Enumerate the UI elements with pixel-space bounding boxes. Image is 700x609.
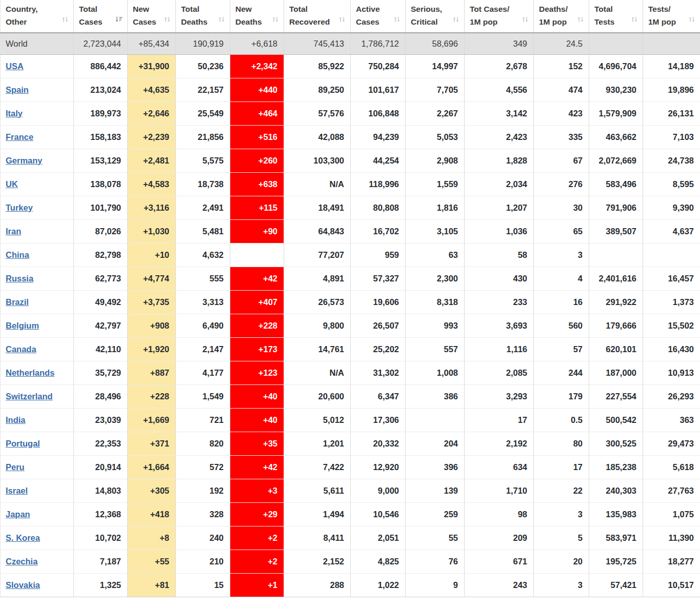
total_deaths-cell: 2,147 [176, 337, 230, 361]
column-header-total_tests[interactable]: TotalTests [589, 0, 643, 33]
sort-icon[interactable] [271, 15, 279, 24]
sort-desc-active-icon[interactable] [114, 15, 123, 24]
table-row: Spain213,024+4,63522,157+44089,250101,61… [1, 78, 700, 102]
table-row: Czechia7,187+55210+22,1524,8257667120195… [1, 550, 700, 573]
column-header-tests_per_1m[interactable]: Tests/1M pop [643, 0, 700, 33]
country-link[interactable]: Peru [6, 462, 25, 472]
column-header-new_cases[interactable]: NewCases [128, 0, 176, 33]
new_deaths-cell: +2 [230, 550, 284, 573]
active_cases-cell: 94,239 [351, 125, 406, 149]
total_tests-cell: 300,525 [589, 432, 643, 455]
new_cases-cell: +81 [128, 573, 176, 597]
total_deaths-cell: 572 [176, 455, 230, 479]
sort-icon[interactable] [688, 15, 696, 24]
column-header-total_recovered[interactable]: TotalRecovered [284, 0, 351, 33]
total_tests-cell: 185,238 [589, 455, 643, 479]
country-link[interactable]: Iran [6, 227, 21, 236]
table-row: Russia62,773+4,774555+424,89157,3272,300… [1, 267, 700, 290]
sort-icon[interactable] [338, 15, 346, 24]
deaths_per_1m-cell: 335 [534, 125, 589, 149]
column-header-country[interactable]: Country,Other [1, 0, 74, 33]
column-header-label: TotalRecovered [289, 3, 330, 28]
total_cases-cell: 10,702 [74, 526, 128, 550]
column-header-deaths_per_1m[interactable]: Deaths/1M pop [534, 0, 589, 33]
column-header-label: TotalTests [594, 3, 614, 28]
new_cases-cell: +1,669 [128, 408, 176, 432]
country-link[interactable]: Portugal [6, 439, 40, 448]
country-link[interactable]: S. Korea [6, 533, 40, 542]
country-link[interactable]: Russia [6, 274, 33, 283]
deaths_per_1m-cell: 179 [534, 384, 589, 408]
column-header-cases_per_1m[interactable]: Tot Cases/1M pop [465, 0, 534, 33]
new_deaths-cell: +260 [230, 149, 284, 172]
country-link[interactable]: China [6, 250, 29, 259]
new_deaths-cell: +90 [230, 219, 284, 243]
active_cases-cell: 12,920 [351, 455, 406, 479]
column-header-total_cases[interactable]: TotalCases [74, 0, 128, 33]
total_deaths-cell: 5,575 [176, 149, 230, 172]
sort-icon[interactable] [61, 15, 69, 24]
total_recovered-cell: 1,494 [284, 502, 351, 526]
total_deaths-cell: 555 [176, 267, 230, 290]
country-link[interactable]: Netherlands [6, 368, 54, 377]
active_cases-cell: 20,332 [351, 432, 406, 455]
sort-icon[interactable] [452, 15, 460, 24]
sort-icon[interactable] [521, 15, 529, 24]
table-row: Turkey101,790+3,1162,491+11518,49180,808… [1, 196, 700, 219]
country-link[interactable]: USA [6, 62, 24, 71]
sort-icon[interactable] [630, 15, 638, 24]
total_cases-cell: 42,797 [74, 314, 128, 337]
country-link[interactable]: UK [6, 179, 18, 189]
country-link[interactable]: Israel [6, 486, 28, 495]
country-link[interactable]: Canada [6, 344, 36, 354]
country-link[interactable]: Japan [6, 510, 30, 519]
country-link[interactable]: Spain [6, 85, 29, 94]
column-header-new_deaths[interactable]: NewDeaths [230, 0, 284, 33]
country-cell: Germany [1, 149, 74, 172]
sort-icon[interactable] [217, 15, 226, 24]
total_recovered-cell: 5,611 [284, 479, 351, 502]
tests_per_1m-cell [643, 243, 700, 267]
column-header-active_cases[interactable]: ActiveCases [351, 0, 406, 33]
total_cases-cell: 20,914 [74, 455, 128, 479]
table-row: UK138,078+4,58318,738+638N/A118,9961,559… [1, 172, 700, 196]
total_tests-cell: 463,662 [589, 125, 643, 149]
column-header-serious_critical[interactable]: Serious,Critical [406, 0, 465, 33]
country-link[interactable]: India [6, 415, 26, 424]
tests_per_1m-cell: 15,502 [643, 314, 700, 337]
country-link[interactable]: Italy [6, 109, 23, 118]
country-link[interactable]: Czechia [6, 557, 37, 566]
new_cases-cell: +908 [128, 314, 176, 337]
tests_per_1m-cell: 1,373 [643, 290, 700, 314]
serious_critical-cell: 396 [406, 455, 465, 479]
total_tests-cell: 4,696,704 [589, 54, 643, 78]
cases_per_1m-cell: 1,710 [465, 479, 534, 502]
country-cell: Slovakia [1, 573, 74, 597]
total_deaths-cell: 210 [176, 550, 230, 573]
sort-icon[interactable] [393, 15, 401, 24]
total_recovered-cell: 745,413 [284, 33, 351, 54]
column-header-label: NewDeaths [235, 3, 262, 28]
column-header-total_deaths[interactable]: TotalDeaths [176, 0, 230, 33]
new_cases-cell: +55 [128, 550, 176, 573]
total_deaths-cell: 6,490 [176, 314, 230, 337]
sort-icon[interactable] [163, 15, 171, 24]
sort-icon[interactable] [576, 15, 585, 24]
country-link[interactable]: France [6, 132, 33, 141]
tests_per_1m-cell: 18,277 [643, 550, 700, 573]
country-link[interactable]: Brazil [6, 297, 29, 307]
country-link[interactable]: Belgium [6, 321, 39, 330]
country-link[interactable]: Slovakia [6, 580, 40, 590]
country-cell: Canada [1, 337, 74, 361]
country-link[interactable]: Switzerland [6, 392, 53, 401]
new_deaths-cell: +29 [230, 502, 284, 526]
country-link[interactable]: Turkey [6, 203, 33, 212]
country-link[interactable]: Germany [6, 156, 43, 165]
table-row: Canada42,110+1,9202,147+17314,76125,2025… [1, 337, 700, 361]
tests_per_1m-cell: 16,430 [643, 337, 700, 361]
country-cell: UK [1, 172, 74, 196]
header-line1: New [235, 5, 252, 13]
total_cases-cell: 2,723,044 [74, 33, 128, 54]
header-line1: Country, [6, 5, 38, 13]
total_deaths-cell: 22,157 [176, 78, 230, 102]
